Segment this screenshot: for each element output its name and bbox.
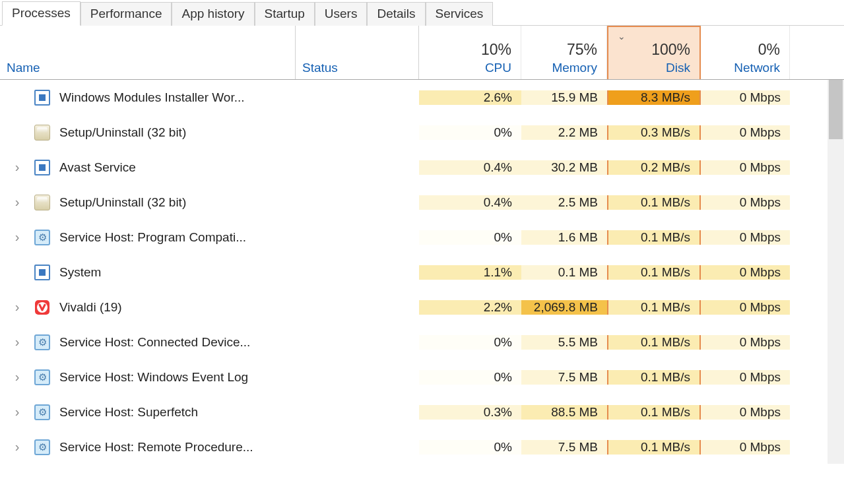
process-cpu: 0% [419, 440, 521, 455]
tab-app-history[interactable]: App history [172, 2, 254, 26]
column-header-name[interactable]: Name [0, 26, 296, 79]
process-disk: 0.1 MB/s [607, 230, 701, 245]
grid-header: Name Status 10% CPU 75% Memory ⌄ 100% Di… [0, 26, 844, 80]
process-disk: 0.1 MB/s [607, 300, 701, 315]
vertical-scrollbar[interactable] [828, 80, 844, 464]
process-memory: 2.2 MB [521, 125, 607, 140]
process-cpu: 0.3% [419, 405, 521, 420]
process-cpu: 0% [419, 125, 521, 140]
process-network: 0 Mbps [701, 335, 790, 350]
tab-services[interactable]: Services [426, 2, 494, 26]
column-header-disk[interactable]: ⌄ 100% Disk [607, 26, 701, 79]
process-disk: 0.1 MB/s [607, 440, 701, 455]
column-header-status[interactable]: Status [296, 26, 419, 79]
sort-descending-icon: ⌄ [618, 31, 626, 42]
process-disk: 0.2 MB/s [607, 160, 701, 175]
process-disk: 0.1 MB/s [607, 335, 701, 350]
process-network: 0 Mbps [701, 230, 790, 245]
process-disk: 0.1 MB/s [607, 370, 701, 385]
process-memory: 15.9 MB [521, 90, 607, 105]
svg-point-1 [37, 302, 48, 313]
table-row[interactable]: ›Service Host: Windows Event Log0%7.5 MB… [0, 360, 844, 394]
process-name: Service Host: Remote Procedure... [59, 440, 253, 455]
tab-users[interactable]: Users [315, 2, 368, 26]
expand-chevron-icon[interactable]: › [0, 439, 34, 455]
process-memory: 1.6 MB [521, 230, 607, 245]
process-disk: 0.1 MB/s [607, 405, 701, 420]
process-network: 0 Mbps [701, 195, 790, 210]
process-network: 0 Mbps [701, 125, 790, 140]
app-icon [34, 160, 50, 175]
table-row[interactable]: ›Service Host: Superfetch0.3%88.5 MB0.1 … [0, 394, 844, 429]
tab-startup[interactable]: Startup [255, 2, 315, 26]
table-row[interactable]: ›Service Host: Program Compati...0%1.6 M… [0, 220, 844, 255]
column-header-network[interactable]: 0% Network [701, 26, 790, 79]
process-network: 0 Mbps [701, 405, 790, 420]
process-cpu: 2.2% [419, 300, 521, 315]
expand-chevron-icon[interactable]: › [0, 230, 34, 245]
process-cpu: 0.4% [419, 195, 521, 210]
tab-details[interactable]: Details [367, 2, 425, 26]
tabstrip: ProcessesPerformanceApp historyStartupUs… [0, 0, 844, 26]
process-cpu: 0.4% [419, 160, 521, 175]
expand-chevron-icon[interactable]: › [0, 369, 34, 385]
process-name: System [59, 265, 101, 280]
table-row[interactable]: Windows Modules Installer Wor...2.6%15.9… [0, 80, 844, 115]
process-network: 0 Mbps [701, 160, 790, 175]
process-name: Service Host: Windows Event Log [59, 370, 248, 385]
table-row[interactable]: Setup/Uninstall (32 bit)0%2.2 MB0.3 MB/s… [0, 115, 844, 150]
process-memory: 7.5 MB [521, 440, 607, 455]
memory-usage-pct: 75% [567, 42, 597, 58]
process-disk: 8.3 MB/s [607, 90, 701, 105]
process-name: Setup/Uninstall (32 bit) [59, 195, 186, 210]
process-name: Windows Modules Installer Wor... [59, 90, 245, 105]
service-icon [34, 230, 50, 245]
expand-chevron-icon[interactable]: › [0, 160, 34, 175]
process-name: Service Host: Program Compati... [59, 230, 246, 245]
process-disk: 0.1 MB/s [607, 265, 701, 280]
process-cpu: 1.1% [419, 265, 521, 280]
process-list: Windows Modules Installer Wor...2.6%15.9… [0, 80, 844, 464]
process-memory: 2,069.8 MB [521, 300, 607, 315]
disk-usage-pct: 100% [651, 42, 690, 58]
process-name: Avast Service [59, 160, 136, 175]
process-network: 0 Mbps [701, 265, 790, 280]
service-icon [34, 369, 50, 385]
service-icon [34, 334, 50, 350]
expand-chevron-icon[interactable]: › [0, 404, 34, 420]
column-header-memory[interactable]: 75% Memory [521, 26, 607, 79]
table-row[interactable]: ›Avast Service0.4%30.2 MB0.2 MB/s0 Mbps [0, 150, 844, 185]
cpu-usage-pct: 10% [481, 42, 511, 58]
process-cpu: 0% [419, 335, 521, 350]
column-header-cpu[interactable]: 10% CPU [419, 26, 521, 79]
process-memory: 30.2 MB [521, 160, 607, 175]
process-memory: 0.1 MB [521, 265, 607, 280]
process-name: Service Host: Superfetch [59, 405, 198, 420]
installer-icon [34, 125, 50, 141]
table-row[interactable]: ›Vivaldi (19)2.2%2,069.8 MB0.1 MB/s0 Mbp… [0, 290, 844, 325]
service-icon [34, 439, 50, 455]
table-row[interactable]: ›Setup/Uninstall (32 bit)0.4%2.5 MB0.1 M… [0, 185, 844, 220]
process-name: Vivaldi (19) [59, 300, 122, 315]
expand-chevron-icon[interactable]: › [0, 299, 34, 315]
tab-processes[interactable]: Processes [2, 1, 81, 26]
installer-icon [34, 195, 50, 210]
table-row[interactable]: ›Service Host: Connected Device...0%5.5 … [0, 325, 844, 360]
expand-chevron-icon[interactable]: › [0, 195, 34, 210]
app-icon [34, 90, 50, 106]
process-name: Setup/Uninstall (32 bit) [59, 125, 186, 140]
tab-performance[interactable]: Performance [81, 2, 172, 26]
process-network: 0 Mbps [701, 440, 790, 455]
process-memory: 88.5 MB [521, 405, 607, 420]
process-cpu: 0% [419, 370, 521, 385]
expand-chevron-icon[interactable]: › [0, 334, 34, 350]
process-cpu: 2.6% [419, 90, 521, 105]
process-disk: 0.3 MB/s [607, 125, 701, 140]
vivaldi-icon [34, 299, 50, 315]
table-row[interactable]: System1.1%0.1 MB0.1 MB/s0 Mbps [0, 255, 844, 290]
process-cpu: 0% [419, 230, 521, 245]
process-network: 0 Mbps [701, 90, 790, 105]
scrollbar-thumb[interactable] [829, 80, 843, 139]
table-row[interactable]: ›Service Host: Remote Procedure...0%7.5 … [0, 429, 844, 464]
app-icon [34, 265, 50, 280]
